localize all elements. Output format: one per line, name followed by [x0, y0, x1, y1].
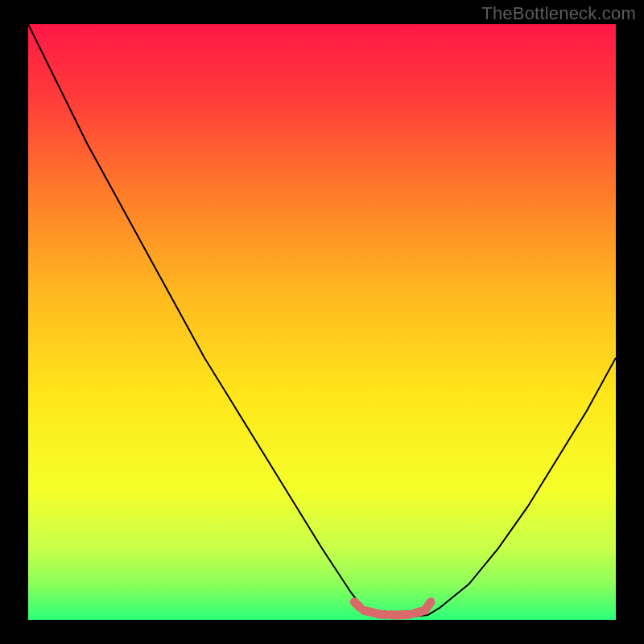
- plot-area: [28, 24, 616, 620]
- watermark-text: TheBottleneck.com: [481, 3, 636, 24]
- gradient-background: [28, 24, 616, 620]
- chart-frame: TheBottleneck.com: [0, 0, 644, 644]
- bottleneck-chart: [28, 24, 616, 620]
